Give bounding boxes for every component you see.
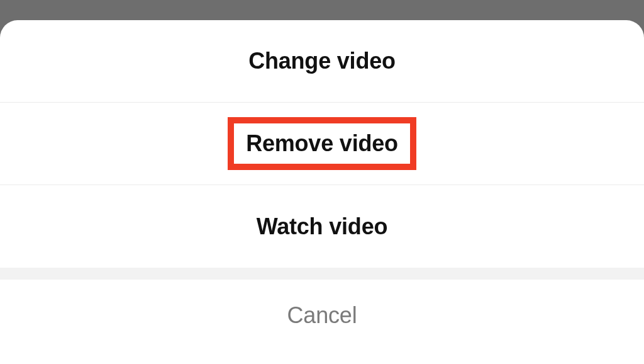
option-remove-video[interactable]: Remove video: [0, 103, 644, 185]
cancel-button[interactable]: Cancel: [0, 280, 644, 364]
option-label: Watch video: [257, 213, 388, 240]
option-change-video[interactable]: Change video: [0, 20, 644, 103]
option-label: Change video: [248, 48, 396, 74]
sheet-separator: [0, 268, 644, 280]
option-watch-video[interactable]: Watch video: [0, 185, 644, 268]
action-sheet: Change video Remove video Watch video Ca…: [0, 20, 644, 364]
option-label: Remove video: [246, 130, 398, 157]
cancel-label: Cancel: [287, 302, 357, 329]
